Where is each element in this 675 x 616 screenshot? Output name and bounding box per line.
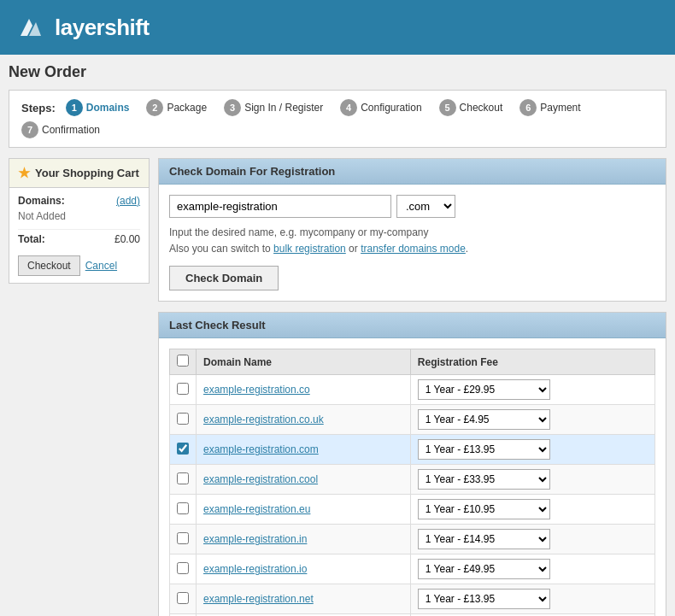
step-number-5: 5 (439, 99, 456, 116)
col-fee-header: Registration Fee (410, 349, 654, 375)
last-check-body: Domain Name Registration Fee example-reg… (159, 338, 666, 616)
row-domain-cell: example-registration.co (197, 375, 411, 405)
domain-link-4[interactable]: example-registration.eu (203, 503, 310, 515)
check-domain-button[interactable]: Check Domain (169, 266, 279, 290)
domain-input-row: .com .co.uk .net .org .io .co .eu .in .c… (169, 195, 655, 218)
row-fee-cell: 1 Year - £49.95 (410, 554, 654, 584)
step-6[interactable]: 6 Payment (519, 99, 580, 116)
fee-select-1[interactable]: 1 Year - £4.95 (418, 409, 550, 430)
transfer-domains-link[interactable]: transfer domains mode (361, 243, 466, 255)
table-row: example-registration.com1 Year - £13.95 (170, 435, 655, 465)
cart-header: ★ Your Shopping Cart (9, 159, 149, 188)
step-3[interactable]: 3 Sign In / Register (224, 99, 323, 116)
domain-link-0[interactable]: example-registration.co (203, 384, 310, 396)
row-domain-cell: example-registration.io (197, 554, 411, 584)
fee-select-7[interactable]: 1 Year - £13.95 (418, 589, 550, 609)
row-fee-cell: 1 Year - £14.95 (410, 525, 654, 554)
cart-domains-label: Domains: (18, 195, 65, 207)
cart-body: Domains: (add) Not Added Total: £0.00 Ch… (9, 188, 149, 283)
cart-domains-row: Domains: (add) (18, 195, 140, 207)
row-check-cell (170, 495, 197, 525)
row-checkbox-4[interactable] (177, 502, 189, 514)
col-check (170, 349, 197, 375)
main-container: New Order Steps: 1 Domains 2 Package 3 S… (0, 55, 675, 616)
row-checkbox-0[interactable] (177, 383, 189, 395)
steps-label: Steps: (21, 102, 56, 114)
step-number-7: 7 (21, 121, 38, 138)
bulk-registration-link[interactable]: bulk registration (273, 243, 346, 255)
step-2[interactable]: 2 Package (146, 99, 207, 116)
table-row: example-registration.cool1 Year - £33.95 (170, 465, 655, 495)
step-number-1: 1 (66, 99, 83, 116)
cart-total-label: Total: (18, 233, 45, 245)
last-check-header: Last Check Result (159, 313, 666, 338)
domain-hint: Input the desired name, e.g. mycompany o… (169, 225, 655, 257)
table-row: example-registration.co1 Year - £29.95 (170, 375, 655, 405)
row-check-cell (170, 405, 197, 435)
cart-not-added: Not Added (18, 210, 140, 222)
domain-name-input[interactable] (169, 195, 391, 218)
last-check-section: Last Check Result Domain Name Registrati… (158, 312, 666, 616)
row-check-cell (170, 435, 197, 465)
fee-select-3[interactable]: 1 Year - £33.95 (418, 469, 550, 490)
step-name-4: Configuration (361, 102, 421, 114)
step-name-7: Confirmation (42, 124, 100, 136)
step-4[interactable]: 4 Configuration (340, 99, 421, 116)
row-fee-cell: 1 Year - £33.95 (410, 465, 654, 495)
checkout-button[interactable]: Checkout (18, 255, 80, 276)
fee-select-6[interactable]: 1 Year - £49.95 (418, 559, 550, 579)
step-name-5: Checkout (460, 102, 503, 114)
domain-link-1[interactable]: example-registration.co.uk (203, 414, 324, 425)
check-domain-body: .com .co.uk .net .org .io .co .eu .in .c… (159, 185, 666, 301)
step-5[interactable]: 5 Checkout (439, 99, 503, 116)
domain-link-2[interactable]: example-registration.com (203, 443, 319, 455)
fee-select-2[interactable]: 1 Year - £13.95 (418, 439, 550, 460)
fee-select-5[interactable]: 1 Year - £14.95 (418, 529, 550, 549)
row-checkbox-2[interactable] (177, 443, 189, 455)
row-fee-cell: 1 Year - £13.95 (410, 435, 654, 465)
domain-link-6[interactable]: example-registration.io (203, 563, 307, 575)
page-title: New Order (9, 63, 666, 81)
row-check-cell (170, 554, 197, 584)
row-checkbox-5[interactable] (177, 532, 189, 544)
step-number-4: 4 (340, 99, 357, 116)
fee-select-4[interactable]: 1 Year - £10.95 (418, 499, 550, 519)
step-name-6: Payment (540, 102, 580, 114)
domain-link-3[interactable]: example-registration.cool (203, 473, 318, 485)
fee-select-0[interactable]: 1 Year - £29.95 (418, 379, 550, 400)
domain-tld-select[interactable]: .com .co.uk .net .org .io .co .eu .in .c… (396, 195, 455, 218)
hint-suffix: . (466, 243, 468, 255)
content-layout: ★ Your Shopping Cart Domains: (add) Not … (9, 158, 666, 616)
logo: layershift (17, 12, 150, 43)
step-1[interactable]: 1 Domains (66, 99, 130, 116)
row-fee-cell: 1 Year - £10.95 (410, 495, 654, 525)
row-domain-cell: example-registration.co.uk (197, 405, 411, 435)
row-checkbox-3[interactable] (177, 472, 189, 484)
row-checkbox-1[interactable] (177, 413, 189, 425)
step-name-3: Sign In / Register (244, 102, 323, 114)
row-domain-cell: example-registration.cool (197, 465, 411, 495)
cart-total-row: Total: £0.00 (18, 229, 140, 245)
step-7[interactable]: 7 Confirmation (21, 121, 100, 138)
step-number-3: 3 (224, 99, 241, 116)
cart-total-value: £0.00 (114, 233, 140, 245)
domain-link-7[interactable]: example-registration.net (203, 593, 314, 605)
step-name-2: Package (167, 102, 207, 114)
row-checkbox-6[interactable] (177, 562, 189, 574)
header: layershift (0, 0, 675, 55)
table-row: example-registration.io1 Year - £49.95 (170, 554, 655, 584)
cancel-cart-button[interactable]: Cancel (85, 255, 117, 276)
row-fee-cell: 1 Year - £29.95 (410, 375, 654, 405)
steps-panel: Steps: 1 Domains 2 Package 3 Sign In / R… (9, 90, 666, 148)
domain-link-5[interactable]: example-registration.in (203, 533, 307, 545)
cart-add-link[interactable]: (add) (116, 195, 140, 207)
hint-line1: Input the desired name, e.g. mycompany o… (169, 226, 428, 238)
row-checkbox-7[interactable] (177, 592, 189, 604)
check-domain-header: Check Domain For Registration (159, 159, 666, 185)
row-domain-cell: example-registration.eu (197, 495, 411, 525)
select-all-checkbox[interactable] (177, 355, 189, 367)
row-check-cell (170, 525, 197, 554)
table-row: example-registration.co.uk1 Year - £4.95 (170, 405, 655, 435)
cart-title: Your Shopping Cart (35, 167, 139, 179)
row-fee-cell: 1 Year - £13.95 (410, 584, 654, 614)
